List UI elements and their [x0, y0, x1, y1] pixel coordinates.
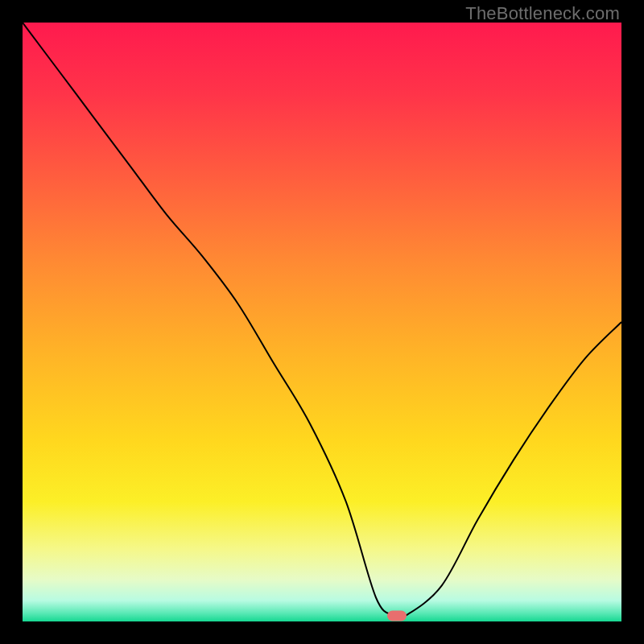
plot-area: [23, 23, 621, 621]
attribution-label: TheBottleneck.com: [465, 3, 620, 24]
bottleneck-curve: [23, 23, 621, 621]
optimum-marker: [387, 610, 407, 621]
chart-frame: TheBottleneck.com: [0, 0, 644, 644]
